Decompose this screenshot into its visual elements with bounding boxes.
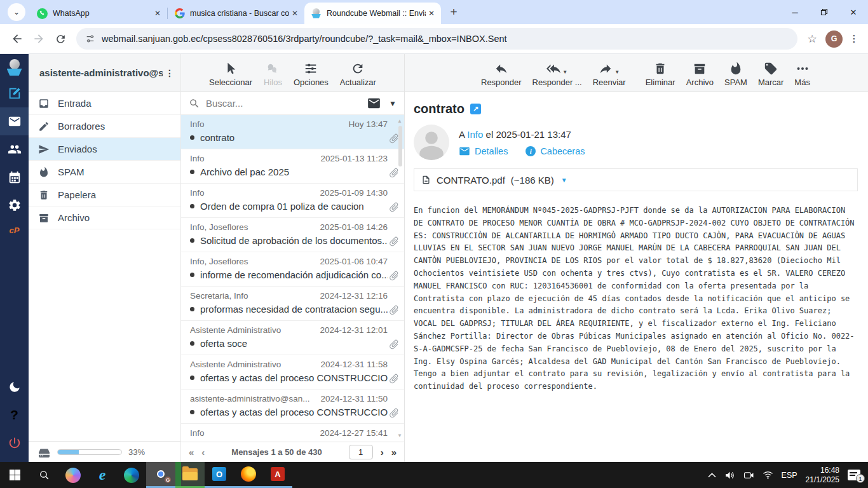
attachment-row[interactable]: CONTRATO.pdf (~186 KB) ▼ <box>414 168 858 191</box>
volume-icon[interactable] <box>724 471 735 480</box>
last-page-icon[interactable]: » <box>391 447 397 458</box>
tab-search-button[interactable]: ⌄ <box>8 3 25 21</box>
acrobat-button[interactable]: A <box>263 462 292 488</box>
message-row[interactable]: Info, Joseflores2025-01-08 14:26 Solicit… <box>181 218 404 252</box>
dropdown-caret-icon[interactable]: ▼ <box>562 69 567 75</box>
bookmark-star-icon[interactable]: ☆ <box>803 32 822 46</box>
language-indicator[interactable]: ESP <box>782 471 797 480</box>
cpanel-logo[interactable]: cP <box>10 219 20 241</box>
delete-button[interactable]: Eliminar <box>641 62 681 87</box>
tab-roundcube[interactable]: Roundcube Webmail :: Enviados ✕ <box>304 3 441 24</box>
open-in-new-window-icon[interactable]: ↗ <box>470 104 481 114</box>
dark-mode-button[interactable] <box>0 373 29 401</box>
mark-button[interactable]: Marcar <box>753 62 789 87</box>
reply-all-label: Responder ... <box>532 78 582 87</box>
url-field[interactable]: webmail.sanjuan.gob.ec/cpsess8028760516/… <box>76 28 797 50</box>
sidebar-item-archivo[interactable]: Archivo <box>29 207 180 229</box>
page-number-input[interactable] <box>349 445 373 459</box>
outlook-button[interactable]: O <box>205 462 234 488</box>
message-row[interactable]: Info2024-12-27 15:41 <box>181 424 404 442</box>
scroll-down-icon[interactable]: ▼ <box>397 433 402 438</box>
message-row[interactable]: InfoHoy 13:47 contrato <box>181 115 404 149</box>
tab-whatsapp[interactable]: WhatsApp ✕ <box>31 3 167 24</box>
chrome-button[interactable]: G <box>146 462 175 488</box>
first-page-icon[interactable]: « <box>189 447 194 458</box>
site-settings-icon[interactable] <box>85 34 95 44</box>
internet-explorer-button[interactable]: e <box>88 462 117 488</box>
back-button[interactable] <box>6 28 28 50</box>
firefox-button[interactable] <box>234 462 263 488</box>
headers-link[interactable]: i Cabeceras <box>526 146 585 156</box>
scrollbar-thumb[interactable] <box>398 126 402 166</box>
message-date: 2024-12-31 12:16 <box>320 291 388 301</box>
meet-now-icon[interactable] <box>743 471 754 480</box>
reply-button[interactable]: Responder <box>476 62 527 87</box>
close-icon[interactable]: ✕ <box>289 8 301 19</box>
message-row[interactable]: Info, Joseflores2025-01-06 10:47 informe… <box>181 252 404 287</box>
sidebar-item-borradores[interactable]: Borradores <box>29 115 180 138</box>
logout-button[interactable] <box>0 429 29 457</box>
spam-button[interactable]: SPAM <box>719 62 752 87</box>
clock[interactable]: 16:48 21/1/2025 <box>806 466 839 485</box>
message-row[interactable]: Info2025-01-13 11:23 Archivo del pac 202… <box>181 149 404 184</box>
reply-label: Responder <box>481 78 522 87</box>
attachment-menu-caret-icon[interactable]: ▼ <box>561 177 567 184</box>
file-explorer-button[interactable] <box>175 462 205 488</box>
message-row[interactable]: Info2025-01-09 14:30 Orden de compra 01 … <box>181 184 404 218</box>
message-row[interactable]: asistente-administrativo@san...2024-12-3… <box>181 390 404 424</box>
scroll-up-icon[interactable]: ▲ <box>397 118 402 124</box>
rail-settings-button[interactable] <box>0 191 29 219</box>
next-page-icon[interactable]: › <box>381 447 384 458</box>
options-button[interactable]: Opciones <box>288 62 334 87</box>
prev-page-icon[interactable]: ‹ <box>201 447 205 458</box>
select-button[interactable]: Seleccionar <box>204 62 257 87</box>
sidebar-item-spam[interactable]: SPAM <box>29 161 180 184</box>
refresh-list-button[interactable]: Actualizar <box>335 62 381 87</box>
sidebar-item-enviados[interactable]: Enviados <box>29 138 180 161</box>
wifi-icon[interactable] <box>763 471 773 479</box>
tray-chevron-icon[interactable] <box>708 472 716 478</box>
compose-button[interactable] <box>0 79 29 107</box>
copilot-button[interactable] <box>58 462 88 488</box>
account-menu-icon[interactable]: ⋮ <box>163 68 177 78</box>
details-link[interactable]: Detalles <box>459 146 508 156</box>
sidebar-item-entrada[interactable]: Entrada <box>29 92 180 115</box>
tab-google-search[interactable]: musica cristiana - Buscar con G ✕ <box>168 3 304 24</box>
search-scope-icon[interactable] <box>367 98 381 109</box>
rail-calendar-button[interactable] <box>0 163 29 191</box>
message-row[interactable]: Secretaria, Info2024-12-31 12:16 proform… <box>181 287 404 321</box>
recipient-link[interactable]: Info <box>467 129 483 140</box>
list-scrollbar[interactable]: ▲ ▼ <box>396 116 404 441</box>
forward-button[interactable] <box>28 28 50 50</box>
dropdown-caret-icon[interactable]: ▼ <box>614 69 620 75</box>
archive-button[interactable]: Archivo <box>681 62 719 87</box>
minimize-button[interactable]: ─ <box>780 0 810 24</box>
profile-avatar[interactable]: G <box>825 30 843 48</box>
sidebar-item-papelera[interactable]: Papelera <box>29 184 180 207</box>
message-subject: ofertas y actas del proceso CONSTRUCCIO.… <box>200 407 388 417</box>
help-button[interactable]: ? <box>0 401 29 429</box>
notification-center-button[interactable]: 1 <box>848 470 860 480</box>
start-button[interactable] <box>0 462 29 488</box>
more-button[interactable]: Más <box>789 62 815 87</box>
refresh-button[interactable] <box>50 28 71 50</box>
reply-all-button[interactable]: ▼ Responder ... <box>527 62 587 87</box>
close-icon[interactable]: ✕ <box>152 8 163 19</box>
rail-contacts-button[interactable] <box>0 135 29 163</box>
threads-button[interactable]: Hilos <box>259 62 287 87</box>
browser-menu-icon[interactable]: ⋮ <box>846 33 862 44</box>
edge-button[interactable] <box>117 462 146 488</box>
close-icon[interactable]: ✕ <box>426 8 437 19</box>
restore-button[interactable] <box>810 0 839 24</box>
search-options-chevron-icon[interactable]: ▼ <box>389 99 397 108</box>
close-window-button[interactable]: ✕ <box>839 0 868 24</box>
search-input[interactable] <box>206 98 362 109</box>
recipient-line: A Info el 2025-01-21 13:47 <box>459 129 585 140</box>
rail-mail-button[interactable] <box>0 107 29 135</box>
new-tab-button[interactable]: + <box>445 3 463 21</box>
taskbar-search-button[interactable] <box>29 462 58 488</box>
message-row[interactable]: Asistente Administrativo2024-12-31 12:01… <box>181 321 404 355</box>
message-row[interactable]: Asistente Administrativo2024-12-31 11:58… <box>181 355 404 390</box>
pagination-bar: « ‹ Mensajes 1 a 50 de 430 › » <box>181 442 404 462</box>
forward-button[interactable]: ▼ Reenviar <box>588 62 631 87</box>
